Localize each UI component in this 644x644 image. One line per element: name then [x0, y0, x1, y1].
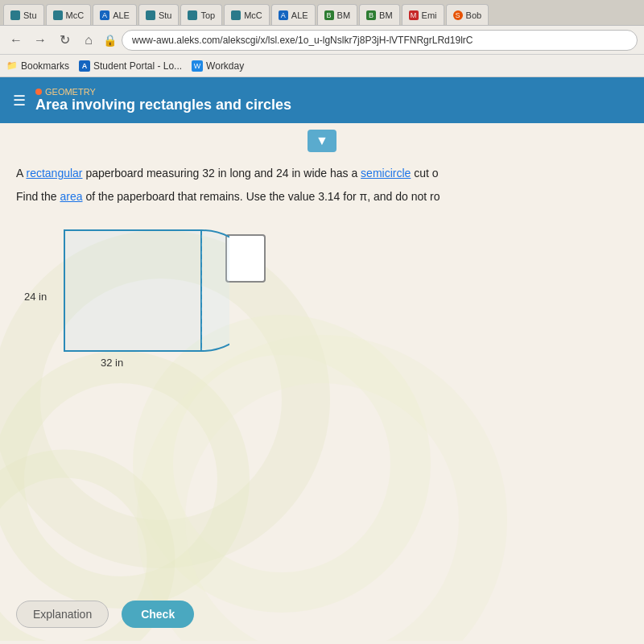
tab-label-9: BM [379, 10, 393, 20]
aleks-title-block: GEOMETRY Area involving rectangles and c… [35, 87, 291, 114]
tab-9[interactable]: B BM [359, 4, 400, 25]
tab-label-1: Stu [23, 10, 37, 20]
lock-icon: 🔒 [103, 34, 117, 47]
folder-icon: 📁 [6, 60, 18, 72]
semicircle-link[interactable]: semicircle [361, 167, 411, 180]
aleks-icon: A [79, 60, 90, 72]
diagram-area: 24 in 32 in [0, 210, 644, 387]
tab-label-4: Stu [159, 10, 172, 20]
workday-icon: W [192, 60, 203, 72]
tab-label-7: ALE [291, 10, 308, 20]
tab-2[interactable]: McC [46, 4, 92, 25]
problem-text-2: Find the area of the paperboard that rem… [0, 187, 644, 210]
chevron-down-button[interactable]: ▼ [308, 130, 336, 152]
check-button[interactable]: Check [122, 601, 194, 628]
browser-tabs: Stu McC A ALE Stu Top McC A ALE B BM B B… [0, 0, 644, 26]
tab-label-3: ALE [113, 10, 130, 20]
tab-favicon-4 [146, 10, 155, 20]
tab-7[interactable]: A ALE [271, 4, 316, 25]
tab-10[interactable]: M Emi [402, 4, 444, 25]
subject-label: GEOMETRY [35, 87, 291, 97]
diagram-container: 24 in 32 in [16, 218, 209, 379]
hamburger-menu-icon[interactable]: ☰ [13, 92, 26, 109]
problem-title: Area involving rectangles and circles [35, 97, 291, 114]
tab-4[interactable]: Stu [138, 4, 180, 25]
width-label: 32 in [101, 357, 123, 369]
height-label: 24 in [24, 291, 47, 303]
tab-favicon-7: A [279, 10, 288, 20]
tab-1[interactable]: Stu [3, 4, 44, 25]
chevron-row: ▼ [0, 123, 644, 159]
address-input[interactable] [122, 30, 638, 51]
tab-favicon-3: A [100, 10, 109, 20]
area-link[interactable]: area [60, 190, 82, 203]
tab-favicon-8: B [324, 10, 334, 20]
aleks-page: ☰ GEOMETRY Area involving rectangles and… [0, 77, 644, 387]
bookmark-bookmarks[interactable]: 📁 Bookmarks [6, 60, 69, 72]
subject-text: GEOMETRY [45, 87, 96, 97]
tab-favicon-1 [10, 10, 20, 20]
tab-favicon-11: S [453, 10, 463, 20]
tab-label-5: Top [200, 10, 215, 20]
bookmark-label-workday: Workday [206, 60, 244, 72]
forward-button[interactable]: → [31, 31, 50, 50]
tab-favicon-10: M [409, 10, 419, 20]
tab-5[interactable]: Top [180, 4, 222, 25]
home-button[interactable]: ⌂ [79, 31, 98, 50]
tab-label-10: Emi [422, 10, 437, 20]
tab-3[interactable]: A ALE [93, 4, 137, 25]
svg-rect-5 [64, 230, 201, 351]
bookmark-label-bookmarks: Bookmarks [21, 60, 69, 72]
svg-point-2 [8, 367, 233, 592]
bottom-buttons: Explanation Check [16, 601, 194, 628]
tab-label-8: BM [337, 10, 351, 20]
tab-11[interactable]: S Bob [446, 4, 489, 25]
bookmark-student-portal[interactable]: A Student Portal - Lo... [79, 60, 182, 72]
problem-text-1: A rectangular paperboard measuring 32 in… [0, 159, 644, 187]
rectangular-link[interactable]: rectangular [26, 167, 82, 180]
tab-favicon-5 [188, 10, 197, 20]
tab-label-2: McC [66, 10, 85, 20]
address-bar-row: ← → ↻ ⌂ 🔒 [0, 26, 644, 55]
content-area: ☰ GEOMETRY Area involving rectangles and… [0, 77, 644, 644]
svg-point-3 [161, 359, 483, 641]
tab-8[interactable]: B BM [317, 4, 358, 25]
tab-favicon-9: B [366, 10, 376, 20]
explanation-button[interactable]: Explanation [16, 601, 109, 628]
bookmark-workday[interactable]: W Workday [192, 60, 244, 72]
aleks-header: ☰ GEOMETRY Area involving rectangles and… [0, 77, 644, 123]
tab-6[interactable]: McC [224, 4, 270, 25]
tab-favicon-6 [231, 10, 241, 20]
bookmarks-bar: 📁 Bookmarks A Student Portal - Lo... W W… [0, 55, 644, 77]
back-button[interactable]: ← [6, 31, 26, 50]
reload-button[interactable]: ↻ [55, 31, 74, 50]
tab-favicon-2 [53, 10, 63, 20]
tab-label-11: Bob [466, 10, 482, 20]
bookmark-label-student-portal: Student Portal - Lo... [93, 60, 182, 72]
tab-label-6: McC [244, 10, 262, 20]
answer-input-box[interactable] [225, 234, 266, 283]
subject-dot-icon [35, 89, 42, 95]
geometry-diagram [60, 226, 229, 379]
